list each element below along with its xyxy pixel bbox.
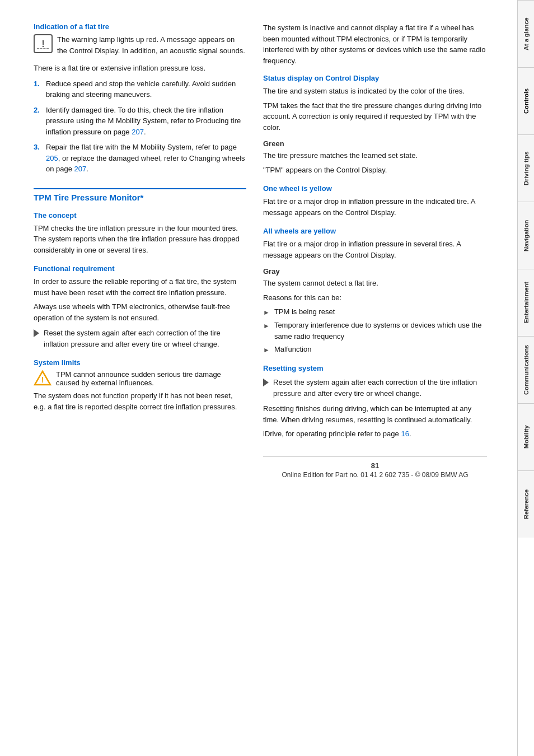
status-text1: The tire and system status is indicated … <box>263 86 487 97</box>
arrow-right-icon-reset <box>263 379 269 386</box>
functional-text1: In order to assure the reliable reportin… <box>34 276 246 298</box>
section-heading-status: Status display on Control Display <box>263 74 487 82</box>
system-limits-text1: The system does not function properly if… <box>34 390 246 412</box>
footer-text: Online Edition for Part no. 01 41 2 602 … <box>263 471 487 479</box>
link-page-207b[interactable]: 207 <box>74 165 87 173</box>
flat-tire-warning-text: The warning lamp lights up red. A messag… <box>57 34 246 59</box>
system-limits-warning-text: TPM cannot announce sudden serious tire … <box>56 370 246 387</box>
concept-text: TPM checks the tire inflation pressure i… <box>34 223 246 256</box>
section-heading-functional: Functional requirement <box>34 264 246 273</box>
sidebar-tab-reference[interactable]: Reference <box>518 470 534 538</box>
flat-tire-warning-box: ! ~~~~ The warning lamp lights up red. A… <box>34 34 246 59</box>
gray-reason-3: ► Malfunction <box>263 344 487 355</box>
link-page-16[interactable]: 16 <box>401 430 409 438</box>
gray-reasons-list: ► TPM is being reset ► Temporary interfe… <box>263 306 487 355</box>
green-text1: The tire pressure matches the learned se… <box>263 150 487 161</box>
step-3: 3. Repair the flat tire with the M Mobil… <box>34 142 246 175</box>
page-number: 81 <box>263 461 487 470</box>
system-limits-warning: ! TPM cannot announce sudden serious tir… <box>34 370 246 387</box>
section-heading-flat-tire: Indication of a flat tire <box>34 22 246 31</box>
link-page-205[interactable]: 205 <box>46 154 58 162</box>
gray-reason-2: ► Temporary interference due to systems … <box>263 320 487 342</box>
flat-tire-body1: There is a flat tire or extensive inflat… <box>34 63 246 74</box>
resetting-text2: iDrive, for operating principle refer to… <box>263 428 487 440</box>
sidebar-tab-driving-tips[interactable]: Driving tips <box>518 134 534 202</box>
svg-text:!: ! <box>41 375 44 384</box>
sidebar-tab-entertainment[interactable]: Entertainment <box>518 269 534 336</box>
arrow-icon <box>34 329 39 337</box>
step-2: 2. Identify damaged tire. To do this, ch… <box>34 105 246 138</box>
right-column: The system is inactive and cannot displa… <box>263 22 487 734</box>
sidebar: At a glance Controls Driving tips Naviga… <box>517 0 534 756</box>
functional-note-text: Reset the system again after each correc… <box>44 328 246 349</box>
section-heading-system-limits: System limits <box>34 358 246 367</box>
gray-text2: Reasons for this can be: <box>263 292 487 304</box>
step-1: 1. Reduce speed and stop the vehicle car… <box>34 78 246 100</box>
section-heading-concept: The concept <box>34 211 246 220</box>
section-heading-green: Green <box>263 139 487 148</box>
sidebar-tab-navigation[interactable]: Navigation <box>518 202 534 269</box>
page-footer: 81 Online Edition for Part no. 01 41 2 6… <box>263 456 487 479</box>
exclamation-icon: ! ~~~~ <box>34 34 53 53</box>
warning-triangle-icon: ! <box>34 370 51 386</box>
section-heading-resetting: Resetting system <box>263 364 487 372</box>
section-heading-one-yellow: One wheel is yellow <box>263 184 487 193</box>
arrow-bullet-icon-3: ► <box>263 345 270 355</box>
sidebar-tab-communications[interactable]: Communications <box>518 336 534 403</box>
section-heading-gray: Gray <box>263 267 487 276</box>
gray-text1: The system cannot detect a flat tire. <box>263 278 487 289</box>
flat-tire-steps: 1. Reduce speed and stop the vehicle car… <box>34 78 246 175</box>
functional-note: Reset the system again after each correc… <box>34 328 246 349</box>
green-text2: "TPM" appears on the Control Display. <box>263 165 487 176</box>
functional-text2: Always use wheels with TPM electronics, … <box>34 301 246 323</box>
section-heading-tpm: TPM Tire Pressure Monitor* <box>34 188 246 202</box>
resetting-note-text: Reset the system again after each correc… <box>273 377 487 399</box>
arrow-bullet-icon-2: ► <box>263 321 270 342</box>
link-page-207a[interactable]: 207 <box>132 128 144 136</box>
all-yellow-text: Flat tire or a major drop in inflation p… <box>263 239 487 260</box>
sidebar-tab-mobility[interactable]: Mobility <box>518 403 534 470</box>
gray-reason-1: ► TPM is being reset <box>263 306 487 318</box>
sidebar-tab-controls[interactable]: Controls <box>518 67 534 134</box>
resetting-text1: Resetting finishes during driving, which… <box>263 403 487 425</box>
sidebar-tab-at-a-glance[interactable]: At a glance <box>518 0 534 67</box>
arrow-bullet-icon-1: ► <box>263 307 270 318</box>
left-column: Indication of a flat tire ! ~~~~ The war… <box>34 22 246 734</box>
status-text2: TPM takes the fact that the tire pressur… <box>263 100 487 133</box>
resetting-note: Reset the system again after each correc… <box>263 377 487 399</box>
section-heading-all-yellow: All wheels are yellow <box>263 227 487 235</box>
intro-text: The system is inactive and cannot displa… <box>263 22 487 66</box>
one-yellow-text: Flat tire or a major drop in inflation p… <box>263 196 487 218</box>
